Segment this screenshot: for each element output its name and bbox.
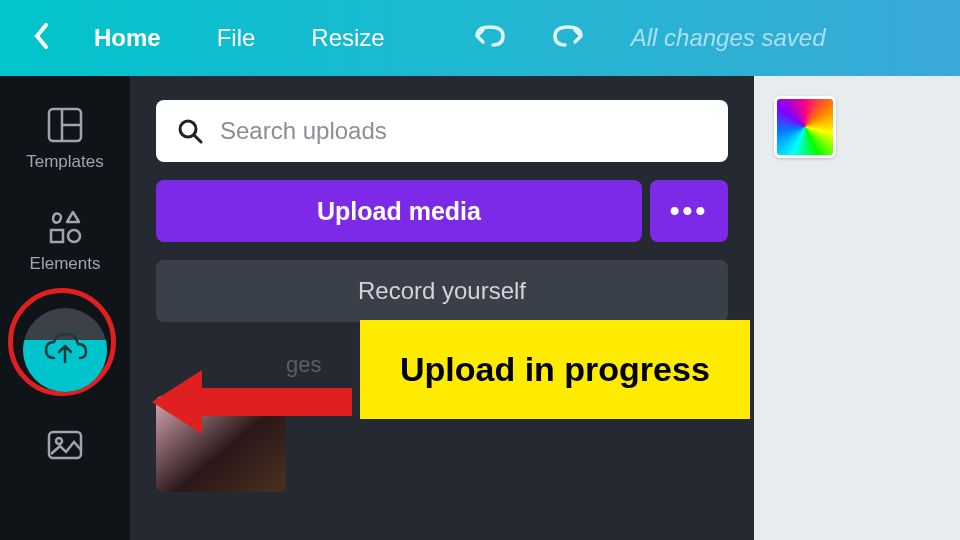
chevron-left-icon xyxy=(32,21,50,51)
upload-thumbnail[interactable] xyxy=(156,396,286,492)
record-yourself-button[interactable]: Record yourself xyxy=(156,260,728,322)
search-icon xyxy=(176,117,204,145)
redo-button[interactable] xyxy=(533,13,603,63)
sidebar-templates-label: Templates xyxy=(26,152,103,172)
svg-point-6 xyxy=(56,438,62,444)
canvas-area xyxy=(754,76,960,540)
left-sidebar: Templates Elements xyxy=(0,76,130,540)
templates-icon xyxy=(46,106,84,144)
cloud-upload-icon xyxy=(42,332,88,368)
resize-menu[interactable]: Resize xyxy=(287,12,408,64)
upload-button-row: Upload media ••• xyxy=(156,180,728,242)
tab-fragment: ges xyxy=(286,352,321,377)
search-uploads-input[interactable] xyxy=(220,117,708,145)
sidebar-templates[interactable]: Templates xyxy=(0,94,130,184)
color-picker-button[interactable] xyxy=(774,96,836,158)
annotation-label: Upload in progress xyxy=(360,320,750,419)
top-menu-bar: Home File Resize All changes saved xyxy=(0,0,960,76)
photos-icon xyxy=(46,426,84,464)
svg-line-8 xyxy=(194,135,201,142)
uploads-panel: Upload media ••• Record yourself ges xyxy=(130,76,754,540)
elements-icon xyxy=(45,206,85,246)
main-area: Templates Elements xyxy=(0,76,960,540)
sidebar-elements[interactable]: Elements xyxy=(0,194,130,286)
sidebar-elements-label: Elements xyxy=(30,254,101,274)
redo-icon xyxy=(551,23,585,49)
back-button[interactable] xyxy=(20,13,62,63)
search-uploads-box[interactable] xyxy=(156,100,728,162)
sidebar-photos[interactable] xyxy=(0,414,130,476)
undo-icon xyxy=(473,23,507,49)
save-status: All changes saved xyxy=(631,24,826,52)
file-menu[interactable]: File xyxy=(193,12,280,64)
upload-more-button[interactable]: ••• xyxy=(650,180,728,242)
svg-rect-3 xyxy=(51,230,63,242)
home-menu[interactable]: Home xyxy=(70,12,185,64)
undo-button[interactable] xyxy=(455,13,525,63)
sidebar-uploads[interactable] xyxy=(0,296,130,404)
svg-point-4 xyxy=(68,230,80,242)
upload-media-button[interactable]: Upload media xyxy=(156,180,642,242)
upload-progress-indicator xyxy=(23,308,107,392)
